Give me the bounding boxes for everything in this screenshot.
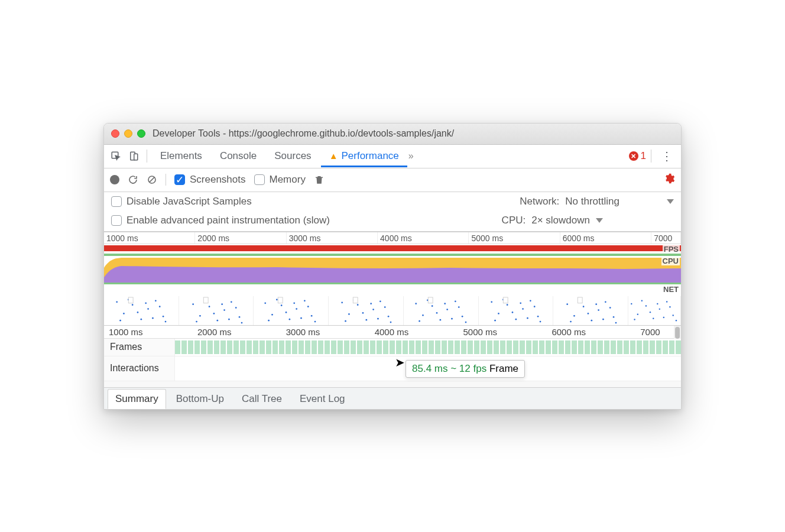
tab-performance[interactable]: ▲Performance [321,145,407,167]
tab-console[interactable]: Console [212,145,265,167]
screenshot-thumb [479,296,554,325]
svg-point-11 [140,318,142,320]
vertical-scrollbar[interactable] [674,326,681,339]
tab-elements[interactable]: Elements [152,145,210,167]
svg-point-46 [311,314,313,316]
tooltip-metric: 85.4 ms ~ 12 fps [412,363,486,374]
cpu-throttle-select[interactable]: 2× slowdown [531,215,603,226]
overview-ruler[interactable]: 1000 ms 2000 ms 3000 ms 4000 ms 5000 ms … [104,232,681,244]
zoom-button[interactable] [137,129,145,138]
separator [651,150,651,163]
svg-point-41 [272,313,274,315]
enable-paint-checkbox[interactable]: Enable advanced paint instrumentation (s… [111,215,330,226]
svg-point-99 [527,317,528,319]
settings-gear-icon[interactable] [663,173,675,187]
svg-point-132 [669,306,670,307]
screenshot-thumb [254,296,329,325]
svg-point-74 [432,305,433,307]
cpu-lane-label: CPU [661,257,680,265]
svg-point-57 [348,313,350,315]
settings-row-2: Enable advanced paint instrumentation (s… [104,211,681,232]
screenshots-checkbox[interactable]: ✓ Screenshots [174,174,246,186]
scroll-thumb[interactable] [675,327,680,339]
net-lane[interactable]: NET [104,284,681,296]
svg-point-66 [370,303,372,304]
network-throttle-select[interactable]: No throttling [565,196,619,207]
svg-rect-38 [203,297,208,303]
svg-point-33 [213,313,215,314]
svg-point-42 [281,304,283,306]
disable-js-checkbox[interactable]: Disable JavaScript Samples [111,196,252,207]
svg-point-27 [216,319,218,321]
svg-point-104 [567,303,569,305]
svg-point-20 [159,306,161,307]
svg-rect-103 [562,296,619,325]
record-button[interactable] [110,175,119,184]
svg-point-84 [458,306,460,308]
close-button[interactable] [111,129,119,138]
frames-track-label: Frames [104,339,175,356]
svg-point-127 [634,319,635,320]
tab-event-log[interactable]: Event Log [292,389,353,409]
svg-point-95 [494,319,496,321]
svg-point-25 [199,314,201,316]
overview-panel: 1000 ms 2000 ms 3000 ms 4000 ms 5000 ms … [104,232,681,326]
main-tabbar: Elements Console Sources ▲Performance » … [104,145,681,168]
svg-rect-118 [578,297,583,303]
svg-point-37 [241,322,242,323]
tab-call-tree[interactable]: Call Tree [234,389,290,409]
kebab-menu-icon[interactable]: ⋮ [656,149,677,163]
frames-track[interactable]: Frames [104,339,681,356]
svg-point-111 [570,320,572,322]
network-label: Network: [520,196,559,207]
screenshot-strip[interactable] [104,296,681,326]
dropdown-icon[interactable] [667,199,674,204]
performance-toolbar: ✓ Screenshots Memory [104,168,681,192]
fps-lane[interactable]: FPS [104,244,681,256]
svg-point-88 [491,301,492,303]
minimize-button[interactable] [124,129,132,138]
tab-sources[interactable]: Sources [266,145,319,167]
inspect-icon[interactable] [108,148,124,164]
svg-point-43 [289,318,291,320]
clear-icon[interactable] [147,174,157,185]
cpu-lane[interactable]: CPU [104,256,681,284]
svg-point-94 [537,315,539,317]
svg-point-122 [645,305,647,306]
reload-icon[interactable] [128,174,138,185]
frames-track-body[interactable] [175,339,681,356]
details-tabbar: Summary Bottom-Up Call Tree Event Log [104,388,681,409]
tab-bottom-up[interactable]: Bottom-Up [168,389,232,409]
interactions-track-body[interactable]: ➤ 85.4 ms ~ 12 fps Frame [175,356,681,381]
svg-point-13 [155,300,157,301]
cpu-label: CPU: [502,215,526,226]
screenshot-thumb [628,296,681,325]
svg-point-114 [596,303,598,305]
svg-point-56 [341,301,343,303]
svg-point-100 [533,306,535,307]
svg-point-77 [455,300,456,302]
fps-lane-label: FPS [663,245,680,254]
tab-summary[interactable]: Summary [108,389,166,409]
checkbox-unchecked-icon [254,174,265,185]
svg-point-124 [659,308,660,309]
svg-rect-86 [428,297,433,303]
svg-point-52 [307,306,309,307]
interactions-track[interactable]: Interactions ➤ 85.4 ms ~ 12 fps Frame [104,356,681,381]
svg-point-79 [419,320,420,322]
error-badge[interactable]: ✕ 1 [629,150,646,162]
trash-icon[interactable] [314,174,325,186]
svg-point-50 [294,302,296,304]
svg-point-91 [515,318,517,320]
flamechart-ruler[interactable]: 1000 ms 2000 ms 3000 ms 4000 ms 5000 ms … [104,326,674,339]
svg-point-30 [238,316,240,317]
svg-point-81 [436,312,438,314]
device-toggle-icon[interactable] [125,148,142,164]
settings-row-1: Disable JavaScript Samples Network: No t… [104,192,681,211]
more-tabs-icon[interactable]: » [408,151,414,161]
svg-point-19 [152,317,154,319]
memory-checkbox[interactable]: Memory [254,174,306,186]
svg-point-116 [609,307,611,309]
track-spacer [104,381,681,387]
svg-rect-102 [503,297,508,303]
